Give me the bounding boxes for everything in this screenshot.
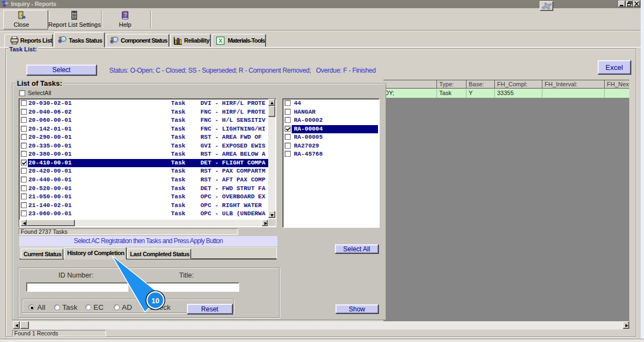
svg-text:10: 10 [151,297,159,305]
svg-text:?: ? [123,12,127,18]
